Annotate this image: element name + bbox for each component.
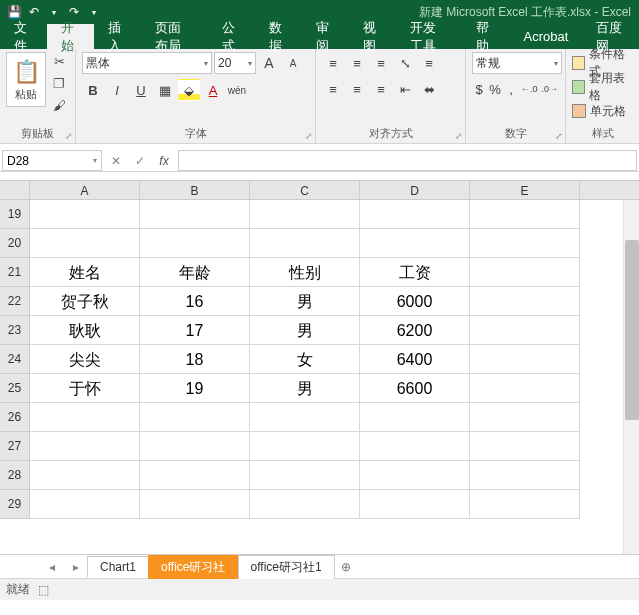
format-painter-icon[interactable]: 🖌 <box>50 96 68 114</box>
bold-button[interactable]: B <box>82 79 104 101</box>
cut-icon[interactable]: ✂ <box>50 52 68 70</box>
cell-D20[interactable] <box>360 229 470 258</box>
font-name-combo[interactable]: 黑体▾ <box>82 52 212 74</box>
cell-D26[interactable] <box>360 403 470 432</box>
align-left-icon[interactable]: ≡ <box>322 78 344 100</box>
number-format-combo[interactable]: 常规▾ <box>472 52 562 74</box>
cell-A21[interactable]: 姓名 <box>30 258 140 287</box>
align-middle-icon[interactable]: ≡ <box>346 52 368 74</box>
copy-icon[interactable]: ❐ <box>50 74 68 92</box>
cell-D19[interactable] <box>360 200 470 229</box>
col-header-A[interactable]: A <box>30 181 140 199</box>
row-header-26[interactable]: 26 <box>0 403 30 432</box>
cell-C25[interactable]: 男 <box>250 374 360 403</box>
cell-E19[interactable] <box>470 200 580 229</box>
cell-A27[interactable] <box>30 432 140 461</box>
sheet-tab-office1[interactable]: office研习社 <box>148 555 238 579</box>
tab-layout[interactable]: 页面布局 <box>141 24 207 49</box>
row-header-29[interactable]: 29 <box>0 490 30 519</box>
font-size-combo[interactable]: 20▾ <box>214 52 256 74</box>
qat-customize-icon[interactable]: ▾ <box>84 2 104 22</box>
sheet-nav-next-icon[interactable]: ▸ <box>64 560 88 574</box>
cell-E20[interactable] <box>470 229 580 258</box>
align-launcher-icon[interactable]: ⤢ <box>455 131 463 141</box>
col-header-C[interactable]: C <box>250 181 360 199</box>
cell-E21[interactable] <box>470 258 580 287</box>
cell-D23[interactable]: 6200 <box>360 316 470 345</box>
row-header-28[interactable]: 28 <box>0 461 30 490</box>
col-header-B[interactable]: B <box>140 181 250 199</box>
paste-button[interactable]: 📋 粘贴 <box>6 52 46 107</box>
cell-C22[interactable]: 男 <box>250 287 360 316</box>
cell-B27[interactable] <box>140 432 250 461</box>
align-right-icon[interactable]: ≡ <box>370 78 392 100</box>
enter-icon[interactable]: ✓ <box>128 150 152 171</box>
cell-B19[interactable] <box>140 200 250 229</box>
row-header-21[interactable]: 21 <box>0 258 30 287</box>
cell-D25[interactable]: 6600 <box>360 374 470 403</box>
cell-E23[interactable] <box>470 316 580 345</box>
cancel-icon[interactable]: ✕ <box>104 150 128 171</box>
sheet-nav-prev-icon[interactable]: ◂ <box>40 560 64 574</box>
fill-color-icon[interactable]: ⬙ <box>178 79 200 101</box>
phonetic-icon[interactable]: wén <box>226 79 248 101</box>
tab-dev[interactable]: 开发工具 <box>396 24 462 49</box>
tab-file[interactable]: 文件 <box>0 24 47 49</box>
cell-D22[interactable]: 6000 <box>360 287 470 316</box>
macro-record-icon[interactable]: ⬚ <box>38 583 49 597</box>
col-header-D[interactable]: D <box>360 181 470 199</box>
row-header-22[interactable]: 22 <box>0 287 30 316</box>
clipboard-launcher-icon[interactable]: ⤢ <box>65 131 73 141</box>
cell-A25[interactable]: 于怀 <box>30 374 140 403</box>
cell-C28[interactable] <box>250 461 360 490</box>
select-all-corner[interactable] <box>0 181 30 199</box>
scrollbar-thumb[interactable] <box>625 240 639 420</box>
grow-font-icon[interactable]: A <box>258 52 280 74</box>
tab-home[interactable]: 开始 <box>47 24 94 49</box>
cell-A23[interactable]: 耿耿 <box>30 316 140 345</box>
underline-button[interactable]: U <box>130 79 152 101</box>
row-header-19[interactable]: 19 <box>0 200 30 229</box>
tab-help[interactable]: 帮助 <box>462 24 509 49</box>
cell-B26[interactable] <box>140 403 250 432</box>
formula-bar[interactable] <box>178 150 637 171</box>
cell-D24[interactable]: 6400 <box>360 345 470 374</box>
align-top-icon[interactable]: ≡ <box>322 52 344 74</box>
font-launcher-icon[interactable]: ⤢ <box>305 131 313 141</box>
cell-C24[interactable]: 女 <box>250 345 360 374</box>
cell-D29[interactable] <box>360 490 470 519</box>
percent-icon[interactable]: % <box>488 78 502 100</box>
vertical-scrollbar[interactable] <box>623 200 639 554</box>
cell-A28[interactable] <box>30 461 140 490</box>
row-header-25[interactable]: 25 <box>0 374 30 403</box>
cell-B23[interactable]: 17 <box>140 316 250 345</box>
add-sheet-icon[interactable]: ⊕ <box>335 560 357 574</box>
col-header-E[interactable]: E <box>470 181 580 199</box>
cell-D28[interactable] <box>360 461 470 490</box>
font-color-icon[interactable]: A <box>202 79 224 101</box>
comma-icon[interactable]: , <box>504 78 518 100</box>
align-center-icon[interactable]: ≡ <box>346 78 368 100</box>
cell-C21[interactable]: 性别 <box>250 258 360 287</box>
cell-styles-button[interactable]: 单元格 <box>572 100 633 122</box>
cell-B29[interactable] <box>140 490 250 519</box>
cell-C20[interactable] <box>250 229 360 258</box>
name-box[interactable]: D28▾ <box>2 150 102 171</box>
tab-review[interactable]: 审阅 <box>302 24 349 49</box>
cell-B20[interactable] <box>140 229 250 258</box>
cell-E22[interactable] <box>470 287 580 316</box>
cell-A22[interactable]: 贺子秋 <box>30 287 140 316</box>
row-header-23[interactable]: 23 <box>0 316 30 345</box>
cell-E29[interactable] <box>470 490 580 519</box>
shrink-font-icon[interactable]: A <box>282 52 304 74</box>
wrap-text-icon[interactable]: ≡ <box>418 52 440 74</box>
cell-B28[interactable] <box>140 461 250 490</box>
tab-data[interactable]: 数据 <box>255 24 302 49</box>
row-header-24[interactable]: 24 <box>0 345 30 374</box>
cell-A19[interactable] <box>30 200 140 229</box>
cell-B25[interactable]: 19 <box>140 374 250 403</box>
cell-C29[interactable] <box>250 490 360 519</box>
cell-A24[interactable]: 尖尖 <box>30 345 140 374</box>
align-bottom-icon[interactable]: ≡ <box>370 52 392 74</box>
cell-C23[interactable]: 男 <box>250 316 360 345</box>
